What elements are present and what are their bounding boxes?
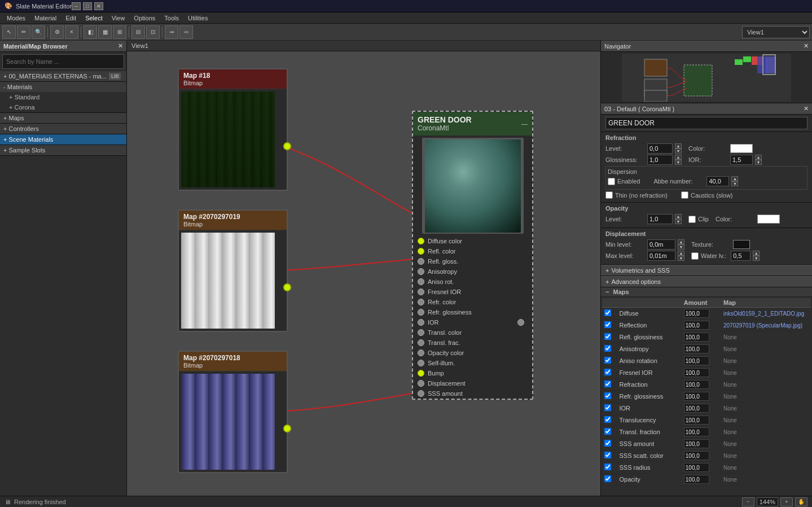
map-row-amount-input-9[interactable] [684, 416, 709, 425]
map-row-check-13[interactable] [604, 464, 611, 470]
maximize-button[interactable]: □ [83, 2, 92, 10]
menu-material[interactable]: Material [30, 14, 61, 23]
browser-close-button[interactable]: ✕ [118, 42, 123, 50]
menu-utilities[interactable]: Utilities [183, 14, 212, 23]
browser-subitem-corona[interactable]: + Corona [0, 102, 126, 112]
socket-anisotropy[interactable]: Anisotropy [413, 266, 532, 277]
refraction-level-spinner[interactable]: ▲ ▼ [675, 143, 682, 154]
socket-anisotropy-dot[interactable] [418, 268, 424, 275]
refraction-gloss-down[interactable]: ▼ [675, 160, 682, 165]
socket-aniso-rot-dot[interactable] [418, 278, 424, 285]
abbe-input[interactable] [706, 176, 729, 186]
displacement-min-spinner[interactable]: ▲ ▼ [678, 239, 684, 250]
material-name-input[interactable] [605, 117, 807, 129]
socket-refr-color[interactable]: Refr. color [413, 297, 532, 307]
socket-opacity-color-dot[interactable] [418, 349, 424, 356]
map-row-map-cell-1[interactable]: 2070297019 (SpecularMap.jpg) [721, 320, 811, 331]
socket-fresnel-ior[interactable]: Fresnel IOR [413, 287, 532, 297]
opacity-level-down[interactable]: ▼ [675, 219, 682, 224]
map-row-amount-input-13[interactable] [684, 463, 709, 472]
select-tool-button[interactable]: ↖ [2, 25, 16, 39]
refraction-gloss-input[interactable] [647, 155, 673, 165]
socket-refr-gloss[interactable]: Refr. glossiness [413, 307, 532, 317]
map-row-check-cell[interactable] [602, 450, 617, 462]
menu-modes[interactable]: Modes [2, 14, 30, 23]
map-row-check-1[interactable] [604, 321, 611, 328]
node-map18-output-socket[interactable] [283, 142, 291, 150]
map-row-check-6[interactable] [604, 381, 611, 387]
refraction-gloss-spinner[interactable]: ▲ ▼ [675, 155, 682, 165]
menu-tools[interactable]: Tools [160, 14, 183, 23]
menu-edit[interactable]: Edit [61, 14, 81, 23]
map-row-check-14[interactable] [604, 475, 611, 482]
map-row-check-cell[interactable] [602, 331, 617, 343]
viewport-canvas[interactable]: Map #18 Bitmap Map #2070297019 Bitmap [127, 51, 600, 504]
toolbar-btn-2[interactable]: ⚙ [50, 25, 64, 39]
zoom-out-button[interactable]: − [742, 497, 754, 506]
displacement-water-up[interactable]: ▲ [753, 251, 760, 256]
map-row-check-8[interactable] [604, 404, 611, 411]
refraction-ior-input[interactable] [730, 155, 753, 165]
socket-diffuse[interactable]: Diffuse color [413, 236, 532, 246]
map-row-check-cell[interactable] [602, 438, 617, 450]
material-properties-close-button[interactable]: ✕ [804, 105, 809, 112]
socket-aniso-rot[interactable]: Aniso rot. [413, 277, 532, 287]
dispersion-enabled-check[interactable] [608, 178, 615, 185]
socket-transl-frac[interactable]: Transl. frac. [413, 338, 532, 348]
node-map2070297018-output-socket[interactable] [283, 425, 291, 432]
socket-sss-amount-dot[interactable] [418, 390, 424, 397]
socket-ior-right[interactable] [517, 319, 524, 326]
map-row-check-7[interactable] [604, 392, 611, 399]
toolbar-btn-5[interactable]: ▦ [98, 25, 112, 39]
displacement-max-spinner[interactable]: ▲ ▼ [678, 251, 684, 261]
node-map2070297018[interactable]: Map #2070297018 Bitmap [178, 351, 288, 473]
map-row-amount-input-0[interactable] [684, 309, 709, 318]
node-map2070297019-output-socket[interactable] [283, 283, 291, 291]
map-row-amount-input-2[interactable] [684, 333, 709, 342]
corona-menu-button[interactable]: — [521, 120, 528, 127]
socket-diffuse-dot[interactable] [418, 238, 424, 244]
socket-ior[interactable]: IOR [413, 317, 532, 327]
socket-fresnel-ior-dot[interactable] [418, 289, 424, 295]
map-row-check-10[interactable] [604, 428, 611, 435]
map-row-check-cell[interactable] [602, 320, 617, 331]
refraction-ior-down[interactable]: ▼ [755, 160, 762, 165]
toolbar-btn-9[interactable]: ⇒ [165, 25, 178, 39]
socket-transl-frac-dot[interactable] [418, 339, 424, 346]
menu-view[interactable]: View [107, 14, 130, 23]
socket-transl-color[interactable]: Transl. color [413, 327, 532, 338]
opacity-level-up[interactable]: ▲ [675, 214, 682, 219]
refraction-gloss-up[interactable]: ▲ [675, 155, 682, 160]
refraction-ior-up[interactable]: ▲ [755, 155, 762, 160]
refraction-level-input[interactable] [647, 143, 673, 154]
view-selector[interactable]: View1 [742, 26, 810, 38]
socket-refr-gloss-dot[interactable] [418, 309, 424, 316]
freeform-button[interactable]: ✏ [17, 25, 30, 39]
node-map18[interactable]: Map #18 Bitmap [178, 68, 288, 191]
abbe-up[interactable]: ▲ [731, 176, 738, 181]
socket-bump-dot[interactable] [418, 370, 424, 377]
map-row-amount-input-6[interactable] [684, 380, 709, 389]
map-row-amount-input-7[interactable] [684, 392, 709, 401]
socket-displacement[interactable]: Displacement [413, 378, 532, 388]
toolbar-btn-8[interactable]: ⊡ [146, 25, 160, 39]
map-row-check-0[interactable] [604, 309, 611, 316]
close-button[interactable]: ✕ [94, 2, 103, 10]
socket-refr-color-dot[interactable] [418, 299, 424, 305]
navigator-close-button[interactable]: ✕ [804, 42, 809, 50]
browser-subitem-standard[interactable]: + Standard [0, 92, 126, 102]
toolbar-btn-6[interactable]: ⊞ [113, 25, 126, 39]
map-row-check-cell[interactable] [602, 343, 617, 355]
socket-ior-dot[interactable] [418, 319, 424, 326]
zoom-in-button[interactable]: + [780, 497, 793, 506]
socket-sss-amount[interactable]: SSS amount [413, 388, 532, 399]
displacement-water-spinner[interactable]: ▲ ▼ [753, 251, 760, 261]
refraction-level-down[interactable]: ▼ [675, 148, 682, 154]
abbe-down[interactable]: ▼ [731, 181, 738, 186]
map-row-check-9[interactable] [604, 416, 611, 423]
map-row-check-cell[interactable] [602, 403, 617, 414]
minimize-button[interactable]: ─ [72, 2, 81, 10]
displacement-water-check[interactable] [691, 252, 699, 260]
menu-options[interactable]: Options [129, 14, 160, 23]
map-row-check-12[interactable] [604, 452, 611, 458]
